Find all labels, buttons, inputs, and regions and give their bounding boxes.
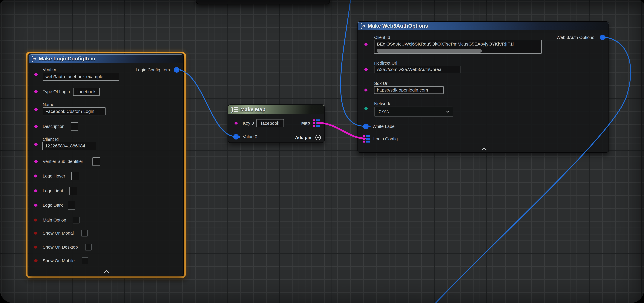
blueprint-editor: } Make LoginConfigItem Login Config Item…	[0, 0, 644, 303]
add-pin-icon[interactable]	[316, 135, 321, 140]
pin-label: Network	[374, 101, 390, 106]
verifier-sub-identifier-input[interactable]	[92, 157, 100, 166]
make-map-icon: }	[231, 106, 238, 113]
type-of-login-input[interactable]: facebook	[73, 88, 100, 96]
pin-label: Logo Hover	[43, 174, 65, 178]
input-pin-sdk-url[interactable]	[364, 88, 368, 92]
show-on-desktop-checkbox[interactable]	[85, 244, 92, 250]
key-0-input[interactable]: facebook	[256, 119, 284, 127]
network-dropdown[interactable]: CYAN	[374, 106, 454, 117]
node-header[interactable]: } Make LoginConfigItem	[29, 54, 184, 63]
node-title: Make Map	[240, 106, 266, 112]
show-on-modal-checkbox[interactable]	[81, 230, 88, 236]
node-make-map[interactable]: } Make Map Key 0 facebook Map Value 0 Ad…	[228, 104, 324, 143]
make-struct-icon: }	[361, 22, 365, 29]
pin-label: Show On Modal	[43, 231, 74, 236]
input-pin-description[interactable]	[34, 125, 37, 128]
redirect-url-input[interactable]: w3a://com.w3a.Web3AuthUnreal	[374, 66, 460, 73]
main-option-checkbox[interactable]	[73, 217, 80, 224]
offscreen-node-bottom-edge[interactable]	[196, 0, 330, 4]
collapse-node-button[interactable]	[481, 147, 487, 151]
graph-canvas[interactable]: } Make LoginConfigItem Login Config Item…	[0, 0, 644, 303]
input-pin-client-id[interactable]	[34, 143, 37, 146]
pin-label: Description	[43, 124, 64, 129]
input-pin-client-id[interactable]	[364, 43, 368, 46]
client-id-input[interactable]: 1222658941886084	[42, 142, 96, 150]
node-make-login-config-item[interactable]: } Make LoginConfigItem Login Config Item…	[28, 54, 184, 276]
input-pin-logo-hover[interactable]	[34, 174, 37, 178]
sdk-url-input[interactable]: https://sdk.openlogin.com	[374, 86, 444, 94]
pin-label: Type Of Login	[43, 89, 70, 94]
collapse-node-button[interactable]	[104, 270, 110, 274]
input-pin-main-option[interactable]	[34, 218, 37, 222]
pin-label: Name	[43, 102, 54, 107]
add-pin-label[interactable]: Add pin	[295, 135, 311, 140]
node-header[interactable]: } Make Map	[228, 105, 324, 114]
node-title: Make LoginConfigItem	[39, 56, 95, 62]
pin-label: Login Config	[373, 136, 398, 142]
input-pin-key-0[interactable]	[234, 122, 238, 124]
pin-label: Redirect Url	[374, 61, 397, 66]
pin-label: Logo Light	[43, 188, 63, 194]
input-pin-show-on-mobile[interactable]	[34, 259, 37, 262]
node-make-web3auth-options[interactable]: } Make Web3AuthOptions Web 3Auth Options…	[358, 21, 609, 153]
chevron-down-icon	[446, 110, 450, 113]
input-pin-name[interactable]	[34, 108, 37, 111]
pin-label: Main Option	[43, 218, 66, 222]
input-pin-verifier[interactable]	[34, 73, 37, 76]
network-selected-value: CYAN	[378, 110, 390, 114]
pin-label: Sdk Url	[374, 81, 388, 86]
client-id-input[interactable]: BEglQSgt4cUWcj6SKRdu5QkOXTsePmMcusG5EAoy…	[374, 40, 542, 54]
pin-label: Show On Mobile	[43, 258, 75, 263]
pin-label: White Label	[372, 124, 396, 129]
input-pin-logo-light[interactable]	[34, 190, 37, 192]
output-pin-label: Login Config Item	[136, 68, 170, 72]
verifier-input[interactable]: web3auth-facebook-example	[43, 72, 119, 81]
pin-label: Logo Dark	[43, 203, 63, 208]
output-pin-label: Map	[301, 121, 310, 126]
output-pin-label: Web 3Auth Options	[556, 35, 594, 40]
pin-label: Value 0	[243, 134, 257, 139]
show-on-mobile-checkbox[interactable]	[82, 258, 88, 264]
logo-hover-input[interactable]	[72, 172, 79, 180]
pin-label: Verifier	[43, 67, 56, 72]
pin-label: Client Id	[374, 35, 390, 40]
input-pin-verifier-sub-identifier[interactable]	[34, 160, 37, 163]
input-pin-show-on-modal[interactable]	[34, 232, 37, 234]
node-header[interactable]: } Make Web3AuthOptions	[358, 22, 608, 30]
logo-light-input[interactable]	[70, 187, 77, 195]
input-pin-redirect-url[interactable]	[364, 68, 368, 71]
input-pin-logo-dark[interactable]	[34, 204, 37, 207]
node-title: Make Web3AuthOptions	[368, 23, 428, 29]
logo-dark-input[interactable]	[68, 201, 75, 210]
textbox-scrollbar[interactable]	[376, 49, 482, 52]
input-pin-show-on-desktop[interactable]	[34, 246, 37, 248]
input-pin-network[interactable]	[364, 107, 368, 110]
input-pin-type-of-login[interactable]	[34, 90, 37, 93]
description-input[interactable]	[71, 122, 78, 131]
pin-label: Client Id	[43, 137, 59, 142]
pin-label: Verifier Sub Identifier	[43, 159, 83, 164]
pin-label: Show On Desktop	[43, 245, 78, 250]
pin-label: Key 0	[243, 121, 254, 126]
make-struct-icon: }	[32, 55, 36, 62]
name-input[interactable]: Facebook Custom Login	[43, 107, 106, 116]
